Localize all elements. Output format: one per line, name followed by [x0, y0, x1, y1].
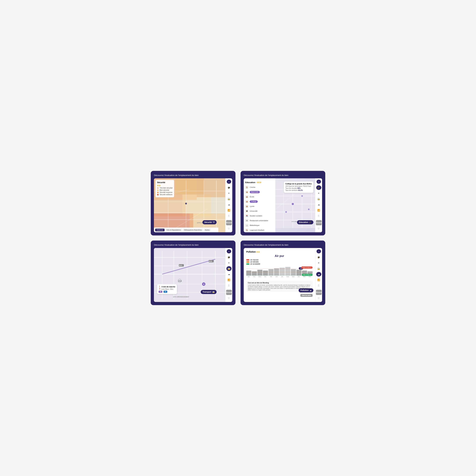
- info-card-stat2: Taux de mentions 63.2%: [286, 189, 312, 191]
- panel-3-inner: BUS BUS M BUS 10TH ARRONDISSEMENT 🚶 3 mi…: [154, 248, 232, 302]
- transport-card: 🚶 3 min de marche 📍 Louis Blanc, 96m. 2K…: [157, 284, 177, 294]
- side-icon-pulse-2[interactable]: ♡: [316, 226, 321, 231]
- back-button-2[interactable]: ‹: [317, 180, 321, 184]
- tab-violences[interactable]: Violences: [155, 229, 165, 231]
- side-icon-sun-2[interactable]: ☀: [316, 191, 321, 196]
- edu-item-universite[interactable]: 🎓 Université: [244, 209, 275, 213]
- soutien-icon: 📚: [245, 214, 249, 217]
- side-icon-food-1[interactable]: 🍴: [226, 214, 232, 218]
- side-icon-wifi-2[interactable]: 📶: [316, 208, 321, 213]
- pollution-header: Pollution 9/10: [246, 251, 313, 253]
- svg-text:10TH ARRONDISSEMENT: 10TH ARRONDISSEMENT: [173, 296, 189, 298]
- side-icon-train-3[interactable]: 🚋: [226, 266, 232, 271]
- securite-badge: Sécurité 🛡: [203, 220, 217, 224]
- voir-carte-btn[interactable]: Voir la carte: [300, 294, 313, 297]
- transport-badge: Transport 🚋: [201, 290, 217, 294]
- resume-btn-3[interactable]: Résumé: [226, 290, 232, 295]
- resume-btn-4[interactable]: Résumé: [316, 290, 322, 295]
- side-icon-pulse-4[interactable]: ♡: [316, 296, 321, 301]
- side-icon-pulse-1[interactable]: ♡: [226, 226, 232, 231]
- side-icons-2: ‹ 🎓 ☀ 🚋 ☁ 📶 🍴 Résumé ♡: [315, 178, 322, 232]
- side-icon-sun-3[interactable]: ☀: [226, 260, 232, 265]
- legend-item-4: Sécurité médiocre: [157, 194, 172, 195]
- side-icon-wifi-1[interactable]: 📶: [226, 208, 232, 213]
- edu-item-biblio[interactable]: 📖 Bibliothèque: [244, 223, 275, 228]
- chart-bar-1: [252, 271, 257, 276]
- side-icon-cloud-2[interactable]: ☁: [316, 202, 321, 207]
- side-icon-sun-1[interactable]: ☀: [226, 191, 232, 196]
- college-label: Collège: [250, 200, 258, 203]
- back-button-4[interactable]: ‹: [317, 249, 321, 253]
- chart-bar-6: [280, 268, 285, 276]
- side-icon-food-3[interactable]: 🍴: [226, 283, 232, 288]
- panel-1-inner: Sécurité 9/10 Très bien sécurisé Bien sé…: [154, 178, 232, 232]
- badge-label-1: Sécurité: [204, 221, 212, 223]
- chart-bar-2: [257, 270, 262, 276]
- svg-text:BUS: BUS: [179, 265, 182, 266]
- biblio-icon: 📖: [245, 224, 249, 227]
- side-icon-train-1[interactable]: 🚋: [226, 197, 232, 201]
- tab-delinquances[interactable]: Délinquances financières: [183, 229, 203, 231]
- side-icon-cloud-4[interactable]: ☁: [316, 272, 321, 277]
- svg-text:M: M: [203, 283, 204, 285]
- securite-map: Sécurité 9/10 Très bien sécurisé Bien sé…: [154, 178, 225, 232]
- stat2-value: 63.2%: [298, 189, 303, 191]
- side-icon-sun-4[interactable]: ☀: [316, 260, 321, 265]
- tab-autres[interactable]: Autres: [204, 229, 211, 231]
- resume-btn-2[interactable]: Résumé: [316, 220, 322, 225]
- resume-btn-1[interactable]: Résumé: [226, 220, 232, 225]
- side-icon-edu-4[interactable]: 🎓: [316, 255, 321, 260]
- month-label-8: Sept.: [291, 276, 296, 277]
- legend-air-tolerable: air tolérable: [246, 261, 313, 263]
- edu-item-logement[interactable]: 🏠 Logement étudiant: [244, 228, 275, 232]
- maternelle-icon: 🏫: [245, 190, 249, 194]
- edu-item-maternelle[interactable]: 🏫 Maternelle: [244, 190, 275, 194]
- pollution-badge: Pollution ☁: [299, 288, 313, 292]
- side-icon-graduation[interactable]: 🎓: [226, 185, 232, 190]
- side-icon-pulse-3[interactable]: ♡: [226, 296, 232, 301]
- legend-item-1: Très bien sécurisé: [157, 187, 172, 189]
- ecole-label: École: [250, 196, 254, 198]
- side-icon-edu-2[interactable]: 🎓: [316, 185, 321, 190]
- edu-item-creche[interactable]: 🏠 Crèche: [244, 185, 275, 190]
- svg-point-24: [285, 211, 287, 213]
- back-button-3[interactable]: ‹: [227, 249, 231, 253]
- month-label-3: Avr.: [263, 276, 268, 277]
- transport-lines: 2K 5A: [159, 291, 175, 293]
- month-label-5: Juin: [274, 276, 279, 277]
- side-icon-wifi-3[interactable]: 📶: [226, 277, 232, 282]
- universite-icon: 🎓: [245, 209, 249, 213]
- edu-title: Education: [245, 181, 255, 184]
- side-icon-food-2[interactable]: 🍴: [316, 214, 321, 218]
- label-mauvais: air mauvais: [250, 259, 258, 261]
- dot-tolerable: [246, 261, 249, 263]
- label-acceptable: air acceptable: [250, 263, 260, 265]
- month-label-10: Nov.: [302, 276, 307, 277]
- svg-text:BUS: BUS: [178, 280, 182, 282]
- svg-point-25: [308, 208, 309, 210]
- legend-label-2: Bien sécurisé: [160, 189, 169, 191]
- edu-item-restaurant[interactable]: 🍽 Restaurant universitaire: [244, 218, 275, 223]
- pollution-chart: Jan.Fév.MarsAvr.MaiJuinJuil.AoûtSept.Oct…: [246, 266, 313, 279]
- side-icon-edu-3[interactable]: 🎓: [226, 255, 232, 260]
- max-badge: Max à Nice ∨: [301, 266, 313, 269]
- soutien-label: Soutien scolaire: [250, 215, 262, 217]
- back-button-1[interactable]: ‹: [227, 180, 231, 184]
- svg-text:BUS: BUS: [209, 260, 212, 262]
- air-label: Air pur: [246, 254, 313, 258]
- edu-item-soutien[interactable]: 📚 Soutien scolaire: [244, 213, 275, 218]
- side-icon-train-2[interactable]: 🚋: [316, 197, 321, 201]
- chart-bar-0: [246, 271, 251, 276]
- side-icon-cloud-1[interactable]: ☁: [226, 202, 232, 207]
- edu-item-lycee[interactable]: 🏫 Lycée: [244, 204, 275, 209]
- svg-point-23: [301, 195, 303, 197]
- edu-item-ecole[interactable]: 🏫 École: [244, 194, 275, 199]
- side-icon-cloud-3[interactable]: ☁: [226, 272, 232, 277]
- side-icon-food-4[interactable]: 🍴: [316, 283, 321, 288]
- edu-info-card: Collège de la grande Aux Belles 150 Quai…: [284, 182, 313, 193]
- edu-item-college[interactable]: 🏫 Collège: [244, 199, 275, 204]
- side-icon-train-4[interactable]: 🚋: [316, 266, 321, 271]
- side-icon-wifi-4[interactable]: 📶: [316, 277, 321, 282]
- legend-dot-3: [157, 192, 159, 193]
- tab-vols[interactable]: Vols & Dégradations: [165, 229, 182, 231]
